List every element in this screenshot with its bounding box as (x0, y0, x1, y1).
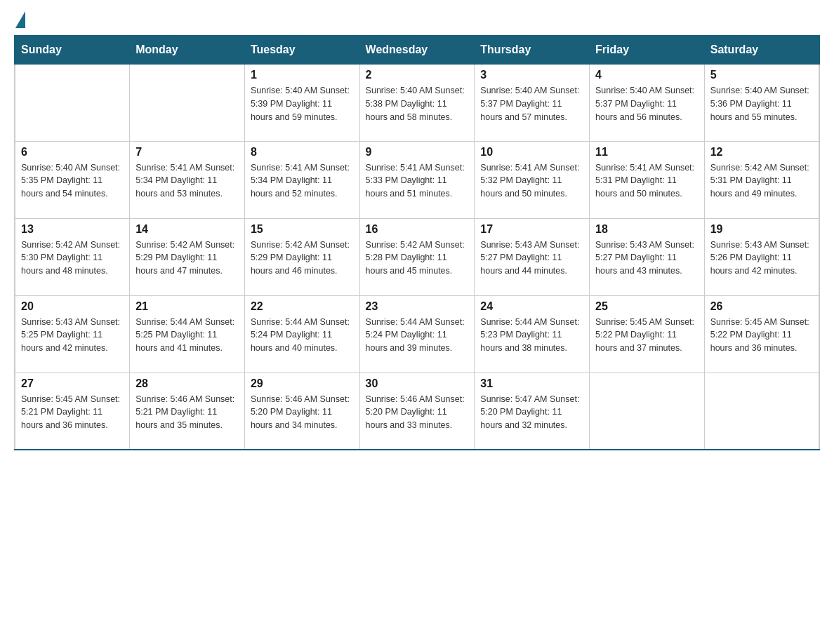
calendar-cell (130, 64, 245, 141)
day-info: Sunrise: 5:44 AM Sunset: 5:25 PM Dayligh… (135, 316, 239, 355)
col-header-wednesday: Wednesday (359, 36, 475, 64)
day-number: 25 (595, 300, 699, 313)
day-info: Sunrise: 5:40 AM Sunset: 5:35 PM Dayligh… (21, 161, 124, 201)
day-number: 14 (135, 223, 239, 236)
day-number: 21 (135, 300, 239, 313)
week-row-3: 13Sunrise: 5:42 AM Sunset: 5:30 PM Dayli… (15, 218, 819, 295)
day-number: 2 (366, 69, 469, 81)
calendar-cell: 2Sunrise: 5:40 AM Sunset: 5:38 PM Daylig… (359, 64, 475, 141)
col-header-tuesday: Tuesday (244, 36, 359, 64)
calendar-cell: 3Sunrise: 5:40 AM Sunset: 5:37 PM Daylig… (475, 64, 590, 141)
day-info: Sunrise: 5:40 AM Sunset: 5:38 PM Dayligh… (366, 84, 469, 123)
calendar-cell: 20Sunrise: 5:43 AM Sunset: 5:25 PM Dayli… (15, 295, 130, 373)
day-info: Sunrise: 5:41 AM Sunset: 5:32 PM Dayligh… (480, 161, 583, 201)
day-info: Sunrise: 5:41 AM Sunset: 5:34 PM Dayligh… (135, 161, 239, 201)
day-number: 10 (480, 146, 583, 159)
day-info: Sunrise: 5:44 AM Sunset: 5:24 PM Dayligh… (366, 316, 469, 355)
calendar-cell: 9Sunrise: 5:41 AM Sunset: 5:33 PM Daylig… (359, 141, 475, 218)
day-number: 16 (366, 223, 469, 236)
day-number: 19 (710, 223, 813, 236)
day-number: 22 (251, 300, 354, 313)
calendar-cell (15, 64, 130, 141)
calendar-cell: 13Sunrise: 5:42 AM Sunset: 5:30 PM Dayli… (15, 218, 130, 295)
calendar-cell: 30Sunrise: 5:46 AM Sunset: 5:20 PM Dayli… (359, 373, 475, 450)
col-header-monday: Monday (130, 36, 245, 64)
week-row-2: 6Sunrise: 5:40 AM Sunset: 5:35 PM Daylig… (15, 141, 819, 218)
day-info: Sunrise: 5:46 AM Sunset: 5:20 PM Dayligh… (251, 393, 354, 432)
day-info: Sunrise: 5:44 AM Sunset: 5:23 PM Dayligh… (480, 316, 583, 355)
day-number: 3 (480, 69, 583, 81)
day-info: Sunrise: 5:41 AM Sunset: 5:34 PM Dayligh… (251, 161, 354, 201)
day-number: 18 (595, 223, 699, 236)
day-number: 6 (21, 146, 124, 159)
day-number: 20 (21, 300, 124, 313)
calendar-cell: 7Sunrise: 5:41 AM Sunset: 5:34 PM Daylig… (130, 141, 245, 218)
calendar-cell: 10Sunrise: 5:41 AM Sunset: 5:32 PM Dayli… (475, 141, 590, 218)
col-header-sunday: Sunday (15, 36, 130, 64)
day-info: Sunrise: 5:40 AM Sunset: 5:37 PM Dayligh… (595, 84, 699, 123)
calendar-cell: 23Sunrise: 5:44 AM Sunset: 5:24 PM Dayli… (359, 295, 475, 373)
day-info: Sunrise: 5:45 AM Sunset: 5:22 PM Dayligh… (710, 316, 813, 355)
day-number: 11 (595, 146, 699, 159)
day-info: Sunrise: 5:42 AM Sunset: 5:29 PM Dayligh… (251, 239, 354, 278)
calendar-cell (704, 373, 819, 450)
days-of-week-row: SundayMondayTuesdayWednesdayThursdayFrid… (15, 36, 819, 64)
day-info: Sunrise: 5:42 AM Sunset: 5:29 PM Dayligh… (135, 239, 239, 278)
day-number: 8 (251, 146, 354, 159)
day-number: 27 (21, 377, 124, 390)
day-number: 13 (21, 223, 124, 236)
calendar-cell: 17Sunrise: 5:43 AM Sunset: 5:27 PM Dayli… (475, 218, 590, 295)
page-header: Blue (14, 14, 820, 28)
calendar-cell: 19Sunrise: 5:43 AM Sunset: 5:26 PM Dayli… (704, 218, 819, 295)
calendar-cell (590, 373, 705, 450)
logo: Blue (14, 14, 28, 28)
day-number: 5 (710, 69, 813, 81)
col-header-saturday: Saturday (704, 36, 819, 64)
day-info: Sunrise: 5:41 AM Sunset: 5:31 PM Dayligh… (595, 161, 699, 201)
logo-triangle-icon (15, 11, 25, 28)
day-info: Sunrise: 5:44 AM Sunset: 5:24 PM Dayligh… (251, 316, 354, 355)
day-info: Sunrise: 5:43 AM Sunset: 5:27 PM Dayligh… (595, 239, 699, 278)
col-header-friday: Friday (590, 36, 705, 64)
day-number: 12 (710, 146, 813, 159)
calendar-cell: 8Sunrise: 5:41 AM Sunset: 5:34 PM Daylig… (244, 141, 359, 218)
calendar-cell: 28Sunrise: 5:46 AM Sunset: 5:21 PM Dayli… (130, 373, 245, 450)
day-info: Sunrise: 5:40 AM Sunset: 5:36 PM Dayligh… (710, 84, 813, 123)
calendar-cell: 12Sunrise: 5:42 AM Sunset: 5:31 PM Dayli… (704, 141, 819, 218)
calendar-body: 1Sunrise: 5:40 AM Sunset: 5:39 PM Daylig… (15, 64, 819, 450)
week-row-5: 27Sunrise: 5:45 AM Sunset: 5:21 PM Dayli… (15, 373, 819, 450)
day-info: Sunrise: 5:46 AM Sunset: 5:20 PM Dayligh… (366, 393, 469, 432)
day-info: Sunrise: 5:40 AM Sunset: 5:39 PM Dayligh… (251, 84, 354, 123)
day-number: 30 (366, 377, 469, 390)
day-info: Sunrise: 5:42 AM Sunset: 5:31 PM Dayligh… (710, 161, 813, 201)
day-number: 1 (251, 69, 354, 81)
calendar-cell: 31Sunrise: 5:47 AM Sunset: 5:20 PM Dayli… (475, 373, 590, 450)
calendar-header: SundayMondayTuesdayWednesdayThursdayFrid… (15, 36, 819, 64)
day-number: 24 (480, 300, 583, 313)
calendar-cell: 15Sunrise: 5:42 AM Sunset: 5:29 PM Dayli… (244, 218, 359, 295)
day-info: Sunrise: 5:43 AM Sunset: 5:25 PM Dayligh… (21, 316, 124, 355)
day-info: Sunrise: 5:45 AM Sunset: 5:22 PM Dayligh… (595, 316, 699, 355)
calendar-cell: 16Sunrise: 5:42 AM Sunset: 5:28 PM Dayli… (359, 218, 475, 295)
day-number: 29 (251, 377, 354, 390)
week-row-4: 20Sunrise: 5:43 AM Sunset: 5:25 PM Dayli… (15, 295, 819, 373)
calendar-cell: 26Sunrise: 5:45 AM Sunset: 5:22 PM Dayli… (704, 295, 819, 373)
calendar-cell: 4Sunrise: 5:40 AM Sunset: 5:37 PM Daylig… (590, 64, 705, 141)
day-info: Sunrise: 5:42 AM Sunset: 5:28 PM Dayligh… (366, 239, 469, 278)
day-number: 17 (480, 223, 583, 236)
calendar-table: SundayMondayTuesdayWednesdayThursdayFrid… (14, 35, 820, 450)
week-row-1: 1Sunrise: 5:40 AM Sunset: 5:39 PM Daylig… (15, 64, 819, 141)
col-header-thursday: Thursday (475, 36, 590, 64)
day-number: 28 (135, 377, 239, 390)
calendar-cell: 18Sunrise: 5:43 AM Sunset: 5:27 PM Dayli… (590, 218, 705, 295)
day-number: 23 (366, 300, 469, 313)
day-info: Sunrise: 5:41 AM Sunset: 5:33 PM Dayligh… (366, 161, 469, 201)
day-number: 15 (251, 223, 354, 236)
day-info: Sunrise: 5:47 AM Sunset: 5:20 PM Dayligh… (480, 393, 583, 432)
calendar-cell: 21Sunrise: 5:44 AM Sunset: 5:25 PM Dayli… (130, 295, 245, 373)
calendar-cell: 22Sunrise: 5:44 AM Sunset: 5:24 PM Dayli… (244, 295, 359, 373)
day-number: 31 (480, 377, 583, 390)
day-number: 7 (135, 146, 239, 159)
calendar-cell: 5Sunrise: 5:40 AM Sunset: 5:36 PM Daylig… (704, 64, 819, 141)
day-info: Sunrise: 5:43 AM Sunset: 5:27 PM Dayligh… (480, 239, 583, 278)
